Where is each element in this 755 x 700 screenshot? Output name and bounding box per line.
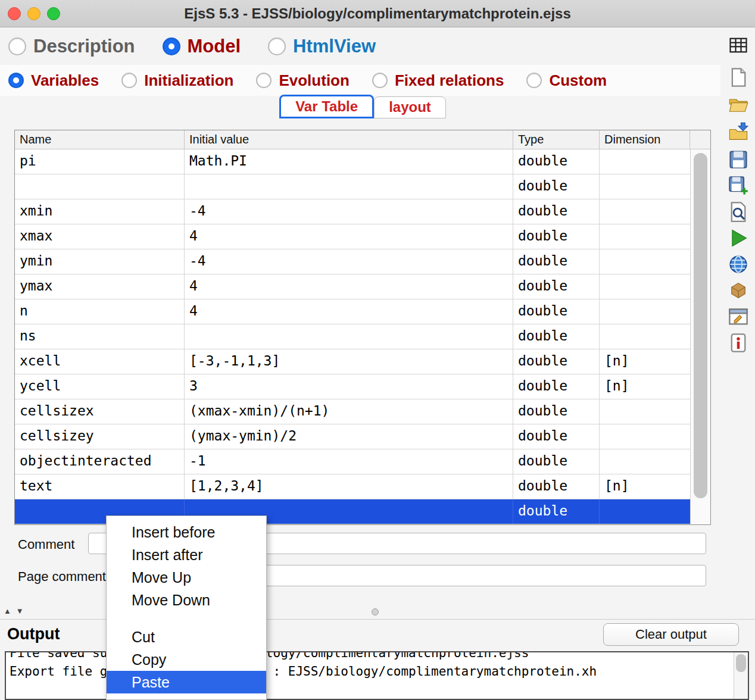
- radio-button[interactable]: [121, 73, 137, 88]
- menu-item-move-up[interactable]: Move Up: [107, 566, 266, 589]
- table-cell-name[interactable]: n: [15, 299, 185, 324]
- save-as-icon[interactable]: [728, 175, 751, 199]
- table-cell-dimension[interactable]: [600, 249, 690, 274]
- page-tab-layout[interactable]: layout: [374, 96, 446, 118]
- table-cell-dimension[interactable]: [600, 174, 690, 199]
- table-row[interactable]: text[1,2,3,4]double[n]: [15, 474, 690, 499]
- menu-item-move-down[interactable]: Move Down: [107, 589, 266, 611]
- table-cell-value[interactable]: 3: [185, 374, 513, 399]
- radio-button[interactable]: [8, 38, 26, 55]
- table-row[interactable]: ymin-4double: [15, 249, 690, 274]
- table-cell-dimension[interactable]: [600, 274, 690, 299]
- table-cell-value[interactable]: [1,2,3,4]: [185, 474, 513, 499]
- table-cell-type[interactable]: double: [513, 374, 600, 399]
- table-row[interactable]: xmax4double: [15, 224, 690, 249]
- table-cell-name[interactable]: cellsizex: [15, 399, 185, 424]
- radio-button[interactable]: [163, 38, 180, 55]
- table-row[interactable]: ymax4double: [15, 274, 690, 299]
- table-cell-value[interactable]: -1: [185, 449, 513, 474]
- tab-description[interactable]: Description: [8, 36, 135, 57]
- radio-button[interactable]: [526, 73, 542, 88]
- table-cell-value[interactable]: (ymax-ymin)/2: [185, 424, 513, 449]
- table-cell-type[interactable]: double: [513, 474, 600, 499]
- tab-fixed-relations[interactable]: Fixed relations: [372, 71, 504, 90]
- table-cell-dimension[interactable]: [600, 449, 690, 474]
- column-header-dimension[interactable]: Dimension: [600, 130, 690, 149]
- table-cell-type[interactable]: double: [513, 199, 600, 224]
- tab-variables[interactable]: Variables: [8, 71, 99, 90]
- table-cell-value[interactable]: [185, 174, 513, 199]
- tab-model[interactable]: Model: [163, 36, 241, 57]
- table-cell-value[interactable]: 4: [185, 224, 513, 249]
- radio-button[interactable]: [8, 73, 24, 88]
- page-tab-var-table[interactable]: Var Table: [279, 95, 374, 118]
- table-cell-dimension[interactable]: [n]: [600, 374, 690, 399]
- column-header-type[interactable]: Type: [513, 130, 600, 149]
- table-cell-value[interactable]: Math.PI: [185, 149, 513, 174]
- menu-item-paste[interactable]: Paste: [107, 671, 266, 693]
- table-cell-name[interactable]: xmin: [15, 199, 185, 224]
- table-cell-type[interactable]: double: [513, 449, 600, 474]
- table-cell-dimension[interactable]: [600, 224, 690, 249]
- table-cell-name[interactable]: xcell: [15, 349, 185, 374]
- table-cell-type[interactable]: double: [513, 299, 600, 324]
- menu-item-copy[interactable]: Copy: [107, 648, 266, 671]
- tab-custom[interactable]: Custom: [526, 71, 607, 90]
- table-cell-value[interactable]: (xmax-xmin)/(n+1): [185, 399, 513, 424]
- table-cell-name[interactable]: ycell: [15, 374, 185, 399]
- package-icon[interactable]: [728, 280, 751, 304]
- table-cell-type[interactable]: double: [513, 399, 600, 424]
- table-cell-dimension[interactable]: [600, 424, 690, 449]
- table-cell-value[interactable]: 4: [185, 274, 513, 299]
- menu-item-cut[interactable]: Cut: [107, 626, 266, 648]
- table-cell-dimension[interactable]: [600, 399, 690, 424]
- radio-button[interactable]: [372, 73, 388, 88]
- table-cell-name[interactable]: [15, 174, 185, 199]
- table-cell-name[interactable]: ns: [15, 324, 185, 349]
- tab-initialization[interactable]: Initialization: [121, 71, 233, 90]
- radio-button[interactable]: [268, 38, 286, 55]
- import-folder-icon[interactable]: [728, 121, 751, 145]
- menu-item-insert-after[interactable]: Insert after: [107, 543, 266, 566]
- table-cell-type[interactable]: double: [513, 324, 600, 349]
- info-icon[interactable]: [728, 332, 751, 356]
- table-cell-value[interactable]: -4: [185, 199, 513, 224]
- table-scrollbar[interactable]: [690, 149, 710, 524]
- table-row[interactable]: xcell[-3,-1,1,3]double[n]: [15, 349, 690, 374]
- clear-output-button[interactable]: Clear output: [603, 623, 739, 646]
- table-row[interactable]: cellsizey(ymax-ymin)/2double: [15, 424, 690, 449]
- preview-icon[interactable]: [728, 201, 751, 225]
- table-cell-type[interactable]: double: [513, 249, 600, 274]
- table-cell-dimension[interactable]: [600, 324, 690, 349]
- table-cell-dimension[interactable]: [600, 299, 690, 324]
- column-header-initial-value[interactable]: Initial value: [185, 130, 513, 149]
- table-cell-type[interactable]: double: [513, 424, 600, 449]
- options-icon[interactable]: [728, 306, 751, 330]
- tab-evolution[interactable]: Evolution: [256, 71, 349, 90]
- table-cell-type[interactable]: double: [513, 174, 600, 199]
- table-cell-name[interactable]: ymin: [15, 249, 185, 274]
- table-cell-name[interactable]: pi: [15, 149, 185, 174]
- table-cell-name[interactable]: cellsizey: [15, 424, 185, 449]
- splitter-handle[interactable]: [372, 608, 379, 615]
- open-folder-icon[interactable]: [728, 94, 751, 118]
- run-icon[interactable]: [728, 227, 751, 251]
- table-row[interactable]: piMath.PIdouble: [15, 149, 690, 174]
- table-cell-name[interactable]: xmax: [15, 224, 185, 249]
- globe-icon[interactable]: [728, 254, 751, 277]
- table-cell-dimension[interactable]: [600, 149, 690, 174]
- table-cell-type[interactable]: double: [513, 349, 600, 374]
- table-row[interactable]: ycell3double[n]: [15, 374, 690, 399]
- save-icon[interactable]: [728, 149, 751, 173]
- table-row[interactable]: n4double: [15, 299, 690, 324]
- table-cell-value[interactable]: [-3,-1,1,3]: [185, 349, 513, 374]
- table-row[interactable]: nsdouble: [15, 324, 690, 349]
- splitter-collapse-arrows[interactable]: ▲▼: [4, 607, 29, 615]
- radio-button[interactable]: [256, 73, 272, 88]
- table-row[interactable]: xmin-4double: [15, 199, 690, 224]
- table-row[interactable]: double: [15, 174, 690, 199]
- console-scrollbar[interactable]: [734, 652, 748, 699]
- table-icon[interactable]: [728, 35, 751, 58]
- console-scrollbar-thumb[interactable]: [736, 654, 746, 672]
- table-cell-type[interactable]: double: [513, 224, 600, 249]
